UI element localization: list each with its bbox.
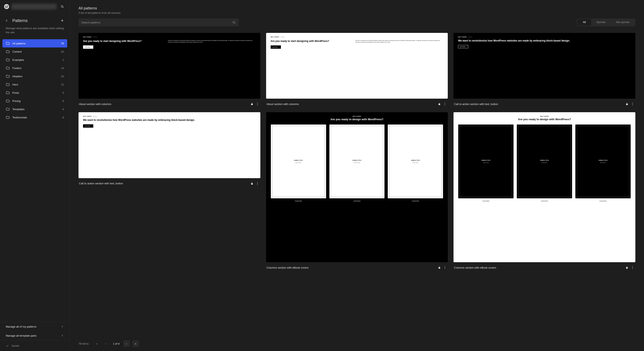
folder-icon <box>6 50 10 54</box>
nav-count: 10 <box>61 75 64 78</box>
site-name-blurred[interactable] <box>12 4 56 10</box>
pattern-preview[interactable]: MEET POWDER Are you ready to design with… <box>266 112 448 262</box>
page-first-button[interactable]: « <box>94 340 100 347</box>
nav-label: Posts <box>12 91 60 94</box>
panel-header: Patterns <box>0 13 70 26</box>
nav-label: Templates <box>12 108 60 111</box>
sidebar: Patterns Manage what patterns are availa… <box>0 0 70 351</box>
pattern-card: MEET POWDER We want to revolutionize how… <box>78 112 260 270</box>
lock-icon <box>626 266 628 269</box>
sidebar-item-content[interactable]: Content20 <box>2 48 67 56</box>
page-subtitle: A list of all patterns from all sources <box>78 11 635 14</box>
search-box[interactable] <box>78 18 239 26</box>
wordpress-logo-icon[interactable] <box>4 4 9 9</box>
page-next-button[interactable]: › <box>123 340 130 347</box>
svg-point-8 <box>632 103 633 103</box>
sidebar-item-testimonials[interactable]: Testimonials6 <box>2 113 67 122</box>
pattern-actions-button[interactable] <box>630 265 635 270</box>
svg-point-4 <box>257 105 258 105</box>
filter-all[interactable]: All <box>578 19 591 26</box>
pagination: 79 items « ‹ 1 of 4 › » <box>70 336 644 351</box>
nav-label: Examples <box>12 58 60 62</box>
svg-point-1 <box>233 21 235 23</box>
manage-patterns-link[interactable]: Manage all of my patterns <box>0 322 70 331</box>
folder-icon <box>6 82 10 86</box>
pagination-total: 79 items <box>78 342 88 345</box>
svg-point-3 <box>257 104 258 104</box>
lock-icon <box>626 102 628 106</box>
panel-title: Patterns <box>12 18 56 23</box>
svg-point-9 <box>632 104 633 104</box>
content-area: All patterns A list of all patterns from… <box>70 0 644 336</box>
saved-status: Saved <box>0 340 70 351</box>
nav-count: 12 <box>61 83 64 86</box>
page-prev-button[interactable]: ‹ <box>102 340 109 347</box>
sidebar-item-templates[interactable]: Templates4 <box>2 105 67 113</box>
filter-not-synced[interactable]: Not synced <box>611 19 635 26</box>
svg-point-6 <box>445 104 445 104</box>
svg-point-12 <box>257 183 258 184</box>
pattern-preview[interactable]: MEET POWDER We want to revolutionize how… <box>78 112 260 178</box>
sidebar-item-posts[interactable]: Posts3 <box>2 88 67 97</box>
manage-parts-label: Manage all template parts <box>6 334 36 337</box>
sidebar-top-bar <box>0 0 70 13</box>
sidebar-item-footers[interactable]: Footers14 <box>2 64 67 72</box>
svg-point-15 <box>445 267 445 268</box>
pattern-actions-button[interactable] <box>442 102 447 106</box>
pattern-actions-button[interactable] <box>255 102 260 106</box>
nav-count: 4 <box>62 108 64 111</box>
pattern-actions-button[interactable] <box>630 102 635 106</box>
folder-icon <box>6 107 10 111</box>
sync-filter: All Synced Not synced <box>577 18 635 26</box>
patterns-grid: MEET POWDER Are you ready to start desig… <box>78 33 635 270</box>
pattern-preview[interactable]: MEET POWDER We want to revolutionize how… <box>454 33 635 99</box>
search-icon <box>232 20 236 24</box>
nav-label: Content <box>12 50 58 53</box>
search-input[interactable] <box>81 21 232 24</box>
pattern-preview[interactable]: MEET POWDER Are you ready to start desig… <box>78 33 260 99</box>
sidebar-item-headers[interactable]: Headers10 <box>2 72 67 80</box>
nav-label: Pricing <box>12 100 60 102</box>
folder-icon <box>6 91 10 95</box>
page-position: 1 of 4 <box>112 342 121 345</box>
pattern-card: MEET POWDER Are you ready to start desig… <box>78 33 260 106</box>
folder-icon <box>6 41 10 46</box>
nav-count: 3 <box>62 91 64 94</box>
lock-icon <box>438 102 441 106</box>
nav-count: 8 <box>62 100 64 102</box>
sidebar-item-pricing[interactable]: Pricing8 <box>2 97 67 105</box>
global-search-button[interactable] <box>59 3 66 10</box>
pattern-title: Call to action section with text, button <box>454 102 624 106</box>
filter-synced[interactable]: Synced <box>591 19 611 26</box>
pattern-actions-button[interactable] <box>255 181 260 186</box>
sidebar-item-hero[interactable]: Hero12 <box>2 80 67 88</box>
pattern-actions-button[interactable] <box>442 265 447 270</box>
sidebar-item-all-patterns[interactable]: All patterns79 <box>2 39 67 48</box>
pattern-card: MEET POWDER Are you ready to design with… <box>266 112 448 270</box>
add-pattern-button[interactable] <box>59 17 66 24</box>
svg-point-14 <box>445 266 445 267</box>
pattern-title: Columns section with eBook covers <box>454 266 624 269</box>
chevron-right-icon <box>60 334 64 337</box>
pattern-preview[interactable]: MEET POWDER Are you ready to design with… <box>454 112 635 262</box>
sidebar-item-examples[interactable]: Examples2 <box>2 56 67 64</box>
back-button[interactable] <box>4 18 9 23</box>
nav-label: Footers <box>12 66 58 70</box>
svg-point-5 <box>445 103 445 103</box>
folder-icon <box>6 115 10 120</box>
page-header: All patterns A list of all patterns from… <box>78 6 635 14</box>
page-last-button[interactable]: » <box>132 340 139 347</box>
nav-count: 14 <box>61 66 64 70</box>
page-title: All patterns <box>78 6 635 10</box>
pattern-card: MEET POWDER We want to revolutionize how… <box>454 33 635 106</box>
folder-icon <box>6 58 10 62</box>
pattern-card: MEET POWDER Are you ready to design with… <box>454 112 635 270</box>
svg-point-11 <box>257 182 258 182</box>
nav-count: 6 <box>62 116 64 119</box>
chevron-right-icon <box>60 325 64 328</box>
pattern-card: MEET POWDER Are you ready to start desig… <box>266 33 448 106</box>
manage-template-parts-link[interactable]: Manage all template parts <box>0 331 70 340</box>
nav-count: 20 <box>61 50 64 53</box>
svg-point-2 <box>257 103 258 103</box>
pattern-preview[interactable]: MEET POWDER Are you ready to start desig… <box>266 33 448 99</box>
